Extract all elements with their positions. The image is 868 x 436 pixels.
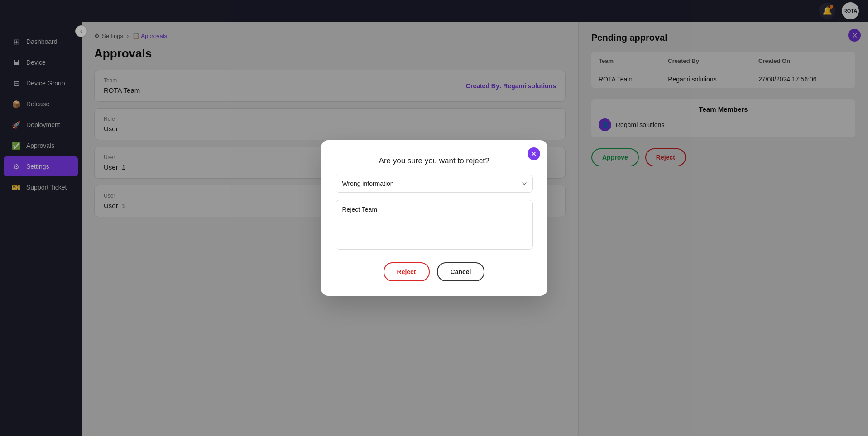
modal-reject-button[interactable]: Reject: [384, 262, 430, 281]
modal-cancel-button[interactable]: Cancel: [437, 262, 485, 281]
modal-actions: Reject Cancel: [336, 262, 533, 281]
reject-reason-textarea[interactable]: [336, 200, 533, 250]
reason-select[interactable]: Wrong informationDuplicateOther: [336, 175, 533, 193]
modal-overlay: ✕ Are you sure you want to reject? Wrong…: [0, 0, 868, 436]
reject-modal: ✕ Are you sure you want to reject? Wrong…: [321, 140, 547, 296]
modal-question: Are you sure you want to reject?: [336, 156, 533, 166]
modal-close-button[interactable]: ✕: [528, 147, 540, 160]
